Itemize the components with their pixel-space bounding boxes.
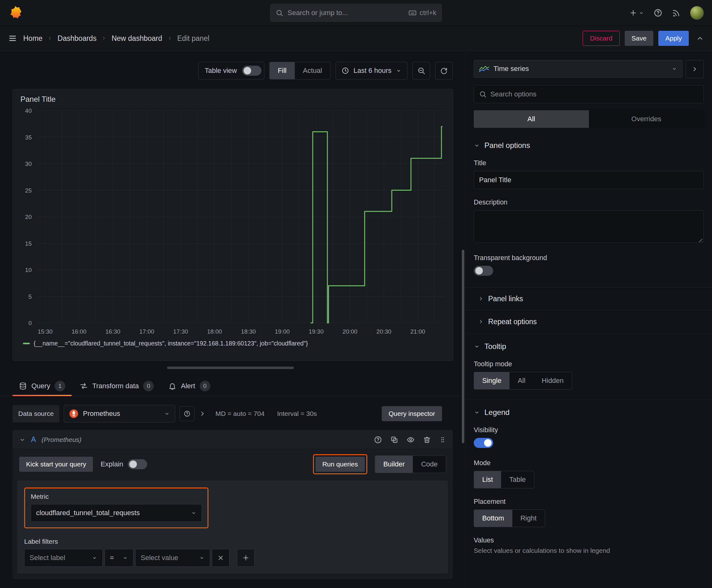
options-search[interactable]: [474, 85, 704, 103]
tooltip-header[interactable]: Tooltip: [474, 342, 704, 351]
placement-label: Placement: [474, 498, 704, 506]
avatar[interactable]: [690, 6, 704, 20]
refresh-button[interactable]: [435, 62, 453, 80]
chevron-down-icon: [474, 142, 480, 149]
mode-list-option[interactable]: List: [474, 471, 501, 488]
svg-text:15:30: 15:30: [38, 328, 53, 335]
breadcrumb-home[interactable]: Home: [23, 34, 42, 43]
news-icon[interactable]: [672, 8, 681, 17]
copy-icon[interactable]: [390, 436, 398, 444]
query-row-header[interactable]: A (Prometheus): [13, 430, 452, 449]
operator-value: =: [110, 554, 114, 562]
visualization-value: Time series: [494, 65, 529, 73]
tooltip-hidden-option[interactable]: Hidden: [534, 372, 572, 389]
save-button[interactable]: Save: [625, 31, 654, 46]
panel-links-section[interactable]: Panel links: [474, 288, 704, 310]
legend-mode-segment: List Table: [474, 471, 534, 488]
add-filter-button[interactable]: [237, 549, 255, 567]
run-queries-button[interactable]: Run queries: [316, 457, 365, 472]
mode-label: Mode: [474, 459, 704, 467]
global-search-placeholder: Search or jump to...: [287, 9, 348, 17]
collapse-options-button[interactable]: [686, 60, 704, 78]
explain-toggle[interactable]: [128, 459, 147, 469]
scrollbar-thumb[interactable]: [462, 250, 464, 443]
chevron-right-icon: [478, 319, 484, 324]
zoom-out-button[interactable]: [412, 62, 430, 80]
breadcrumb-new-dashboard[interactable]: New dashboard: [111, 34, 162, 43]
transform-icon: [80, 382, 88, 390]
svg-text:30: 30: [25, 161, 32, 167]
metric-value: cloudflared_tunnel_total_requests: [36, 509, 140, 517]
options-search-input[interactable]: [490, 90, 698, 98]
kick-start-button[interactable]: Kick start your query: [19, 457, 93, 472]
mode-table-option[interactable]: Table: [501, 471, 534, 488]
description-textarea[interactable]: [474, 210, 704, 243]
breadcrumb-bar: Home Dashboards New dashboard Edit panel…: [0, 26, 712, 51]
tooltip-all-option[interactable]: All: [510, 372, 533, 389]
visibility-label: Visibility: [474, 426, 704, 434]
table-view-toggle[interactable]: [242, 66, 261, 76]
time-range-label: Last 6 hours: [353, 67, 391, 75]
code-option[interactable]: Code: [413, 456, 446, 473]
placement-right-option[interactable]: Right: [512, 510, 545, 527]
svg-text:10: 10: [25, 267, 32, 273]
vertical-scrollbar[interactable]: [461, 51, 465, 588]
legend-label: {__name__="cloudflared_tunnel_total_requ…: [34, 340, 308, 347]
help-circle-icon[interactable]: [374, 436, 382, 444]
svg-text:20:00: 20:00: [343, 328, 358, 335]
panel-options-header[interactable]: Panel options: [474, 141, 704, 150]
options-pane: Time series All Ove: [465, 51, 712, 588]
chevron-up-icon[interactable]: [696, 35, 704, 42]
tab-query[interactable]: Query 1: [13, 376, 71, 396]
datasource-help-button[interactable]: [179, 406, 195, 421]
transparent-background-toggle[interactable]: [474, 266, 493, 276]
panel-title-input[interactable]: [474, 171, 704, 189]
metric-select[interactable]: cloudflared_tunnel_total_requests: [31, 504, 202, 522]
svg-text:20: 20: [25, 214, 32, 220]
global-search[interactable]: Search or jump to... ctrl+k: [270, 4, 442, 22]
chevron-right-icon: [102, 36, 106, 41]
legend-item[interactable]: {__name__="cloudflared_tunnel_total_requ…: [23, 340, 448, 347]
svg-text:15: 15: [25, 240, 32, 247]
tab-overrides[interactable]: Overrides: [589, 110, 704, 128]
breadcrumb-dashboards[interactable]: Dashboards: [58, 34, 96, 43]
fill-option[interactable]: Fill: [270, 62, 295, 79]
select-value-dropdown[interactable]: Select value: [135, 549, 210, 567]
datasource-select[interactable]: Prometheus: [64, 405, 175, 422]
chevron-down-icon[interactable]: [19, 437, 25, 443]
discard-button[interactable]: Discard: [583, 31, 619, 46]
grafana-logo-icon[interactable]: [8, 6, 23, 20]
svg-text:25: 25: [25, 187, 32, 194]
menu-icon[interactable]: [8, 34, 17, 43]
trash-icon[interactable]: [423, 436, 431, 444]
new-menu-button[interactable]: [629, 9, 644, 17]
actual-option[interactable]: Actual: [295, 62, 330, 79]
eye-icon[interactable]: [407, 436, 415, 444]
visualization-select[interactable]: Time series: [474, 60, 683, 78]
grip-icon[interactable]: [439, 436, 446, 443]
time-range-picker[interactable]: Last 6 hours: [336, 62, 408, 80]
visibility-toggle[interactable]: [474, 438, 493, 448]
operator-dropdown[interactable]: =: [105, 549, 133, 567]
placement-bottom-option[interactable]: Bottom: [474, 510, 512, 527]
section-title: Tooltip: [484, 342, 506, 351]
select-label-dropdown[interactable]: Select label: [24, 549, 103, 567]
apply-button[interactable]: Apply: [658, 31, 689, 46]
help-icon[interactable]: [654, 8, 662, 17]
tab-alert[interactable]: Alert 0: [162, 376, 216, 396]
query-inspector-button[interactable]: Query inspector: [382, 406, 442, 421]
tooltip-single-option[interactable]: Single: [474, 372, 510, 389]
tab-all[interactable]: All: [474, 110, 589, 128]
remove-filter-button[interactable]: [212, 549, 230, 567]
time-series-chart[interactable]: 051015202530354015:3016:0016:3017:0017:3…: [18, 106, 447, 339]
tab-label: Alert: [181, 382, 195, 390]
builder-option[interactable]: Builder: [375, 456, 413, 473]
chevron-right-icon: [167, 36, 172, 41]
timeseries-viz-icon: [479, 65, 489, 72]
horizontal-scrollbar[interactable]: [167, 366, 294, 369]
angle-right-icon[interactable]: [199, 410, 206, 417]
svg-text:18:00: 18:00: [207, 328, 222, 335]
repeat-options-section[interactable]: Repeat options: [474, 310, 704, 333]
legend-header[interactable]: Legend: [474, 408, 704, 417]
tab-transform[interactable]: Transform data 0: [73, 376, 160, 396]
